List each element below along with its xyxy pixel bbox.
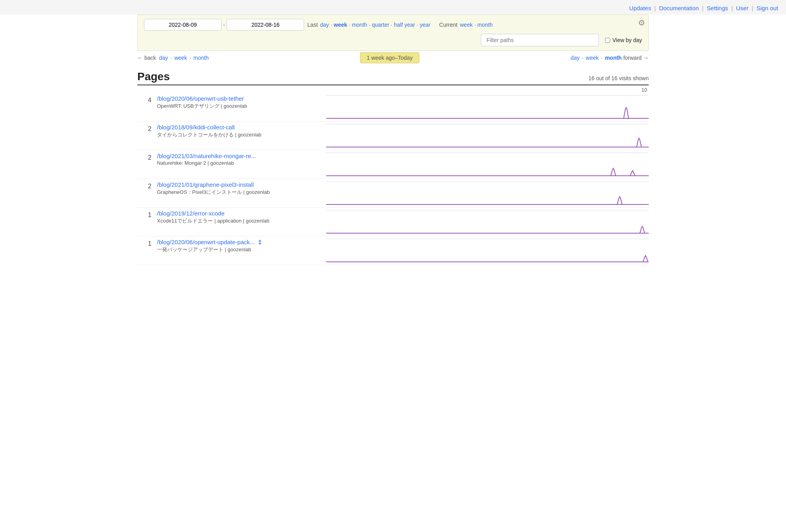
sparkline-chart: [326, 210, 649, 234]
page-link[interactable]: /blog/2021/01/graphene-pixel3-install: [157, 181, 254, 188]
forward-month[interactable]: month: [605, 55, 622, 61]
quicklink-month[interactable]: month: [352, 22, 367, 28]
quicklink-day[interactable]: day: [320, 22, 329, 28]
page-visit-count: 2: [137, 153, 157, 176]
quicklink-quarter[interactable]: quarter: [372, 22, 389, 28]
table-row: 1/blog/2019/12/error-xcodeXcode11でビルドエラー…: [137, 208, 649, 236]
nav-row: ← back day · week · month 1 week ago–Tod…: [137, 51, 649, 63]
back-week[interactable]: week: [174, 55, 187, 61]
view-by-day-label: View by day: [613, 37, 642, 43]
page-link[interactable]: /blog/2020/06/openwrt-update-pack...: [157, 239, 255, 245]
forward-section: day · week · month forward →: [571, 55, 649, 61]
sparkline-chart: [326, 239, 649, 262]
sparkline-chart: [326, 124, 649, 147]
pages-header: Pages 16 out of 16 visits shown: [137, 63, 649, 85]
view-by-day-toggle[interactable]: View by day: [605, 37, 642, 43]
page-link[interactable]: /blog/2020/06/openwrt-usb-tether: [157, 95, 244, 102]
forward-week[interactable]: week: [586, 55, 599, 61]
sparkline-svg: [326, 153, 649, 176]
nav-documentation[interactable]: Documentation: [659, 5, 699, 11]
date-separator: -: [223, 21, 225, 28]
back-section: ← back day · week · month: [137, 55, 208, 61]
quicklink-year[interactable]: year: [420, 22, 430, 28]
current-week[interactable]: week: [460, 22, 473, 28]
page-subtitle: 一発パッケージアップデート | goozenlab: [157, 246, 326, 253]
page-visit-count: 2: [137, 124, 157, 147]
table-row: 2/blog/2018/09/kddi-collect-callタイからコレクト…: [137, 121, 649, 150]
table-row: 4/blog/2020/06/openwrt-usb-tetherOpenWRT…: [137, 93, 649, 121]
back-month[interactable]: month: [194, 55, 209, 61]
view-by-day-checkbox[interactable]: [605, 38, 610, 43]
table-row: 1/blog/2020/06/openwrt-update-pack...⇕一発…: [137, 236, 649, 265]
page-rows-container: 4/blog/2020/06/openwrt-usb-tetherOpenWRT…: [137, 93, 649, 265]
page-subtitle: OpenWRT: USBテザリング | goozenlab: [157, 103, 326, 110]
current-label: Current: [439, 22, 458, 28]
page-visit-count: 1: [137, 210, 157, 234]
sparkline-chart: [326, 95, 649, 119]
visits-shown: 16 out of 16 visits shown: [589, 75, 649, 81]
filter-section: View by day: [481, 34, 642, 46]
gear-button[interactable]: ⚙: [637, 17, 646, 28]
table-row: 2/blog/2021/01/graphene-pixel3-installGr…: [137, 179, 649, 208]
page-subtitle: Xcode11でビルドエラー | application | goozenlab: [157, 217, 326, 225]
nav-updates[interactable]: Updates: [629, 5, 651, 11]
table-row: 2/blog/2021/03/naturehike-mongar-re...Na…: [137, 150, 649, 179]
sparkline-svg: [326, 125, 649, 147]
back-day[interactable]: day: [159, 55, 168, 61]
page-subtitle: GrapheneOS：Pixel3にインストール | goozenlab: [157, 189, 326, 196]
forward-day[interactable]: day: [571, 55, 580, 61]
top-navigation: Updates | Documentation | Settings | Use…: [0, 0, 786, 15]
start-date-input[interactable]: [144, 19, 221, 31]
sparkline-chart: [326, 181, 649, 205]
last-label: Last: [307, 22, 317, 28]
date-range: -: [144, 19, 304, 31]
page-link[interactable]: /blog/2019/12/error-xcode: [157, 210, 225, 217]
page-subtitle: Naturehike: Mongar 2 | goozenlab: [157, 160, 326, 166]
end-date-input[interactable]: [227, 19, 304, 31]
back-label: ← back: [137, 55, 156, 61]
forward-label: forward →: [623, 55, 649, 61]
nav-settings[interactable]: Settings: [707, 5, 728, 11]
page-link[interactable]: /blog/2021/03/naturehike-mongar-re...: [157, 153, 256, 159]
current-month[interactable]: month: [478, 22, 493, 28]
filter-paths-input[interactable]: [481, 34, 599, 46]
period-badge-container: 1 week ago–Today: [360, 55, 419, 61]
page-link[interactable]: /blog/2018/09/kddi-collect-call: [157, 124, 235, 131]
date-bar: - Last day · week · month · quarter · ha…: [137, 15, 649, 51]
page-visit-count: 4: [137, 95, 157, 119]
nav-signout[interactable]: Sign out: [756, 5, 778, 11]
page-subtitle: タイからコレクトコールをかける | goozenlab: [157, 131, 326, 138]
sparkline-svg: [326, 96, 649, 119]
sparkline-svg: [326, 239, 649, 262]
page-visit-count: 1: [137, 239, 157, 262]
quick-links: Last day · week · month · quarter · half…: [307, 22, 493, 28]
quicklink-week[interactable]: week: [334, 22, 347, 28]
pages-title: Pages: [137, 70, 170, 83]
sparkline-svg: [326, 182, 649, 205]
nav-user[interactable]: User: [736, 5, 749, 11]
sparkline-chart: [326, 153, 649, 176]
period-badge: 1 week ago–Today: [360, 52, 419, 63]
chart-scale: 10: [137, 85, 649, 93]
sparkline-svg: [326, 211, 649, 234]
sort-icon[interactable]: ⇕: [257, 239, 262, 246]
page-visit-count: 2: [137, 181, 157, 205]
quicklink-halfyear[interactable]: half year: [394, 22, 415, 28]
